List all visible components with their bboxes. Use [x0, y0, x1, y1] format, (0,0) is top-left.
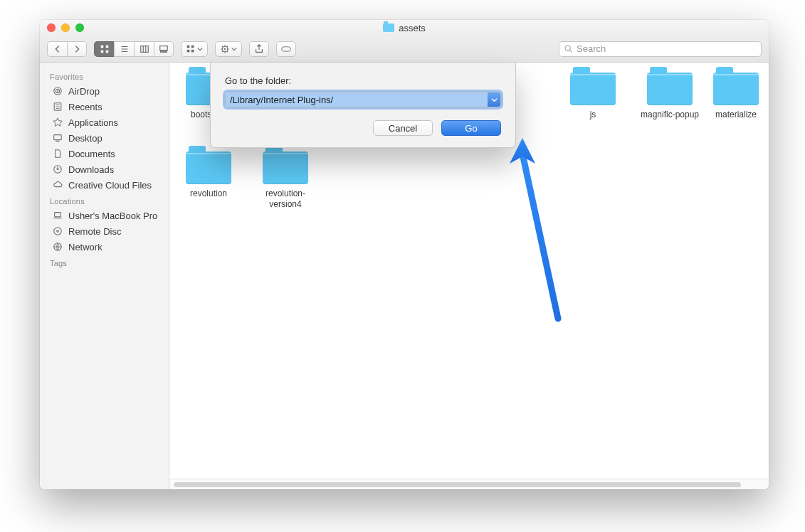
sidebar-item-label: Creative Cloud Files	[68, 180, 152, 191]
svg-rect-41	[55, 213, 61, 217]
svg-point-33	[57, 90, 58, 92]
folder-item[interactable]: revolution-version4	[253, 151, 317, 210]
folder-icon	[186, 151, 231, 184]
sidebar-section-favorites: Favorites	[40, 68, 169, 83]
network-icon	[52, 242, 63, 252]
svg-line-24	[222, 46, 223, 46]
file-label: revolution-version4	[253, 188, 317, 210]
group-by-button[interactable]	[181, 41, 208, 57]
sidebar: Favorites AirDrop Recents Applications D…	[40, 63, 169, 489]
go-button[interactable]: Go	[441, 120, 501, 136]
titlebar: assets	[40, 20, 769, 36]
window-title-text: assets	[399, 23, 426, 33]
folder-icon	[383, 23, 394, 32]
zoom-window-button[interactable]	[75, 23, 84, 32]
sidebar-item-creative-cloud[interactable]: Creative Cloud Files	[40, 177, 169, 193]
folder-item[interactable]: js	[561, 73, 625, 120]
svg-point-29	[565, 46, 570, 50]
sidebar-item-remote-disc[interactable]: Remote Disc	[40, 223, 169, 239]
svg-rect-28	[282, 46, 291, 50]
svg-rect-13	[165, 50, 167, 52]
sidebar-section-locations: Locations	[40, 193, 169, 208]
svg-rect-12	[163, 50, 164, 52]
cloud-icon	[52, 180, 63, 190]
svg-line-27	[227, 46, 228, 46]
sidebar-item-label: Downloads	[68, 164, 114, 175]
documents-icon	[52, 149, 63, 159]
sidebar-item-network[interactable]: Network	[40, 239, 169, 255]
sidebar-item-applications[interactable]: Applications	[40, 115, 169, 130]
folder-item[interactable]: revolution	[177, 151, 241, 210]
sidebar-item-label: Documents	[68, 149, 115, 159]
svg-rect-10	[160, 46, 168, 50]
dropdown-toggle[interactable]	[488, 92, 500, 107]
folder-item[interactable]: magnific-popup	[638, 73, 702, 120]
svg-rect-14	[187, 45, 190, 48]
sidebar-item-label: Network	[68, 242, 102, 252]
svg-rect-0	[100, 45, 103, 48]
sidebar-item-label: AirDrop	[68, 86, 100, 97]
folder-icon	[713, 73, 759, 105]
sidebar-item-label: Applications	[68, 117, 118, 128]
traffic-lights	[47, 23, 84, 32]
svg-rect-7	[140, 46, 148, 52]
tags-button[interactable]	[276, 41, 296, 57]
forward-button[interactable]	[67, 41, 87, 57]
svg-line-25	[227, 50, 228, 51]
view-list-button[interactable]	[114, 41, 134, 57]
laptop-icon	[52, 211, 63, 220]
action-menu-button[interactable]	[215, 41, 242, 57]
svg-line-30	[570, 50, 572, 53]
window-title: assets	[40, 20, 769, 36]
folder-path-input[interactable]	[226, 92, 488, 107]
horizontal-scrollbar[interactable]	[169, 479, 769, 489]
sidebar-item-label: Usher's MacBook Pro	[68, 211, 157, 221]
nav-buttons	[47, 41, 87, 57]
svg-rect-11	[161, 50, 162, 52]
share-button[interactable]	[249, 41, 269, 57]
search-placeholder: Search	[577, 43, 606, 54]
applications-icon	[52, 117, 63, 127]
folder-icon	[263, 151, 308, 184]
svg-rect-2	[100, 50, 103, 53]
file-label: js	[590, 110, 596, 120]
minimize-window-button[interactable]	[61, 23, 70, 32]
sidebar-item-desktop[interactable]: Desktop	[40, 130, 169, 146]
sidebar-item-airdrop[interactable]: AirDrop	[40, 83, 169, 99]
close-window-button[interactable]	[47, 23, 56, 32]
folder-path-combo[interactable]	[225, 92, 501, 107]
sidebar-item-macbook[interactable]: Usher's MacBook Pro	[40, 208, 169, 223]
chevron-down-icon	[491, 97, 498, 103]
folder-icon	[570, 73, 616, 105]
view-icons-button[interactable]	[94, 41, 114, 57]
svg-point-19	[224, 48, 226, 49]
file-label: materialize	[715, 110, 757, 120]
view-gallery-button[interactable]	[154, 41, 174, 57]
airdrop-icon	[52, 86, 63, 96]
downloads-icon	[52, 164, 63, 174]
folder-item[interactable]: materialize	[715, 73, 757, 120]
svg-point-44	[57, 230, 59, 233]
file-label: magnific-popup	[641, 110, 699, 120]
svg-rect-15	[191, 45, 194, 48]
disc-icon	[52, 226, 63, 236]
scrollbar-thumb[interactable]	[174, 482, 741, 487]
sidebar-section-tags: Tags	[40, 255, 169, 270]
sidebar-item-downloads[interactable]: Downloads	[40, 161, 169, 177]
sidebar-item-recents[interactable]: Recents	[40, 99, 169, 115]
view-columns-button[interactable]	[134, 41, 154, 57]
dialog-buttons: Cancel Go	[225, 120, 501, 136]
svg-rect-1	[105, 45, 108, 48]
svg-rect-3	[105, 50, 108, 53]
view-mode-buttons	[94, 41, 174, 57]
desktop-icon	[52, 133, 63, 143]
toolbar: Search	[40, 36, 769, 63]
go-to-folder-dialog: Go to the folder: Cancel Go	[210, 63, 516, 148]
svg-rect-16	[187, 49, 190, 52]
search-field[interactable]: Search	[559, 41, 762, 57]
back-button[interactable]	[47, 41, 67, 57]
sidebar-item-documents[interactable]: Documents	[40, 146, 169, 161]
cancel-button[interactable]: Cancel	[373, 120, 433, 136]
svg-point-43	[54, 228, 62, 235]
svg-line-26	[222, 50, 223, 51]
